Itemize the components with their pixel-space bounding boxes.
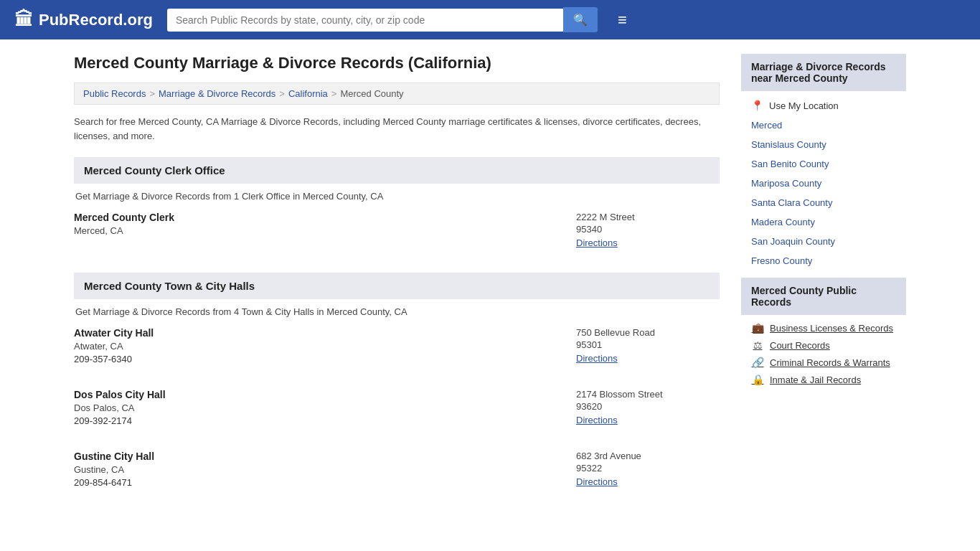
sidebar-madera-label: Madera County <box>751 217 815 227</box>
sidebar-item-stanislaus[interactable]: Stanislaus County <box>741 135 906 154</box>
sidebar-nearby-section: Marriage & Divorce Records near Merced C… <box>741 54 906 270</box>
sidebar-item-mariposa[interactable]: Mariposa County <box>741 174 906 193</box>
town-name-1: Dos Palos City Hall <box>74 389 576 400</box>
sidebar: Marriage & Divorce Records near Merced C… <box>741 54 906 512</box>
search-input[interactable] <box>167 9 563 32</box>
sidebar-item-madera[interactable]: Madera County <box>741 212 906 232</box>
sidebar-santaclara-label: Santa Clara County <box>751 197 832 208</box>
town-entry-0: Atwater City Hall Atwater, CA 209-357-63… <box>74 327 720 375</box>
breadcrumb-california[interactable]: California <box>288 88 328 99</box>
breadcrumb-public-records[interactable]: Public Records <box>83 88 146 99</box>
town-entry-0-left: Atwater City Hall Atwater, CA 209-357-63… <box>74 327 576 364</box>
sidebar-fresno-label: Fresno County <box>751 255 812 266</box>
location-icon: 📍 <box>751 100 763 111</box>
town-name-2: Gustine City Hall <box>74 451 576 462</box>
logo-icon: 🏛 <box>14 9 33 31</box>
sidebar-public-records-header: Merced County Public Records <box>741 278 906 315</box>
sidebar-item-santa-clara[interactable]: Santa Clara County <box>741 193 906 212</box>
search-icon: 🔍 <box>573 14 588 26</box>
briefcase-icon: 💼 <box>751 322 764 334</box>
clerk-street-0: 2222 M Street <box>576 212 720 222</box>
breadcrumb-sep-1: > <box>149 88 155 99</box>
town-phone-1: 209-392-2174 <box>74 415 576 426</box>
main-container: Merced County Marriage & Divorce Records… <box>60 39 920 527</box>
clerk-section-header: Merced County Clerk Office <box>74 157 720 184</box>
town-city-0: Atwater, CA <box>74 341 576 352</box>
town-directions-1[interactable]: Directions <box>576 415 618 425</box>
sidebar-item-inmate-records[interactable]: 🔒 Inmate & Jail Records <box>741 371 906 388</box>
site-logo[interactable]: 🏛 PubRecord.org <box>14 9 153 31</box>
breadcrumb-sep-3: > <box>331 88 337 99</box>
sidebar-item-merced[interactable]: Merced <box>741 116 906 135</box>
clerk-entry-0: Merced County Clerk Merced, CA 2222 M St… <box>74 212 720 258</box>
town-entry-1-right: 2174 Blossom Street 93620 Directions <box>576 389 720 426</box>
clerk-directions-0[interactable]: Directions <box>576 237 618 248</box>
town-entry-1-left: Dos Palos City Hall Dos Palos, CA 209-39… <box>74 389 576 426</box>
town-phone-2: 209-854-6471 <box>74 477 576 488</box>
sidebar-sanbenito-label: San Benito County <box>751 159 829 169</box>
sidebar-item-use-location[interactable]: 📍 Use My Location <box>741 95 906 116</box>
town-zip-1: 93620 <box>576 401 720 412</box>
breadcrumb-marriage-divorce[interactable]: Marriage & Divorce Records <box>159 88 275 99</box>
town-city-2: Gustine, CA <box>74 464 576 475</box>
sidebar-item-san-benito[interactable]: San Benito County <box>741 154 906 174</box>
menu-button[interactable]: ≡ <box>612 8 633 32</box>
sidebar-item-criminal-records[interactable]: 🔗 Criminal Records & Warrants <box>741 354 906 371</box>
town-zip-2: 95322 <box>576 463 720 474</box>
site-header: 🏛 PubRecord.org 🔍 ≡ <box>0 0 980 39</box>
sidebar-inmate-label: Inmate & Jail Records <box>770 375 861 385</box>
sidebar-merced-label: Merced <box>751 120 782 131</box>
sidebar-criminal-label: Criminal Records & Warrants <box>770 357 890 368</box>
sidebar-public-records-section: Merced County Public Records 💼 Business … <box>741 278 906 388</box>
page-description: Search for free Merced County, CA Marria… <box>74 115 720 143</box>
town-name-0: Atwater City Hall <box>74 327 576 339</box>
content-area: Merced County Marriage & Divorce Records… <box>74 54 720 512</box>
town-street-0: 750 Bellevue Road <box>576 327 720 338</box>
town-street-2: 682 3rd Avenue <box>576 451 720 461</box>
clerk-city-0: Merced, CA <box>74 225 576 236</box>
breadcrumb-merced-county: Merced County <box>340 88 403 99</box>
sidebar-stanislaus-label: Stanislaus County <box>751 139 826 150</box>
breadcrumb-sep-2: > <box>279 88 285 99</box>
sidebar-business-label: Business Licenses & Records <box>770 323 893 334</box>
breadcrumb: Public Records > Marriage & Divorce Reco… <box>74 83 720 105</box>
town-zip-0: 95301 <box>576 339 720 350</box>
sidebar-item-san-joaquin[interactable]: San Joaquin County <box>741 232 906 251</box>
sidebar-item-business-licenses[interactable]: 💼 Business Licenses & Records <box>741 319 906 336</box>
search-bar: 🔍 <box>167 7 598 32</box>
sidebar-location-label: Use My Location <box>769 100 839 111</box>
sidebar-sanjoaquin-label: San Joaquin County <box>751 236 835 247</box>
sidebar-nearby-header: Marriage & Divorce Records near Merced C… <box>741 54 906 91</box>
link-icon: 🔗 <box>751 357 764 368</box>
page-title: Merced County Marriage & Divorce Records… <box>74 54 720 72</box>
town-phone-0: 209-357-6340 <box>74 354 576 364</box>
town-section-desc: Get Marriage & Divorce Records from 4 To… <box>74 306 720 317</box>
sidebar-item-court-records[interactable]: ⚖ Court Records <box>741 336 906 354</box>
town-city-1: Dos Palos, CA <box>74 402 576 413</box>
search-button[interactable]: 🔍 <box>563 7 598 32</box>
clerk-section-desc: Get Marriage & Divorce Records from 1 Cl… <box>74 191 720 202</box>
town-entry-0-right: 750 Bellevue Road 95301 Directions <box>576 327 720 364</box>
clerk-entry-0-left: Merced County Clerk Merced, CA <box>74 212 576 248</box>
sidebar-court-label: Court Records <box>770 340 830 351</box>
scales-icon: ⚖ <box>751 339 764 351</box>
clerk-entry-0-right: 2222 M Street 95340 Directions <box>576 212 720 248</box>
lock-icon: 🔒 <box>751 374 764 385</box>
logo-text: PubRecord.org <box>39 11 153 29</box>
hamburger-icon: ≡ <box>618 11 627 29</box>
clerk-name-0: Merced County Clerk <box>74 212 576 223</box>
sidebar-item-fresno[interactable]: Fresno County <box>741 251 906 270</box>
town-section-header: Merced County Town & City Halls <box>74 273 720 299</box>
clerk-zip-0: 95340 <box>576 224 720 235</box>
town-directions-2[interactable]: Directions <box>576 476 618 487</box>
town-entry-2: Gustine City Hall Gustine, CA 209-854-64… <box>74 451 720 498</box>
town-street-1: 2174 Blossom Street <box>576 389 720 400</box>
town-entry-2-right: 682 3rd Avenue 95322 Directions <box>576 451 720 488</box>
town-entry-2-left: Gustine City Hall Gustine, CA 209-854-64… <box>74 451 576 488</box>
town-entry-1: Dos Palos City Hall Dos Palos, CA 209-39… <box>74 389 720 436</box>
sidebar-mariposa-label: Mariposa County <box>751 178 821 189</box>
town-directions-0[interactable]: Directions <box>576 353 618 364</box>
